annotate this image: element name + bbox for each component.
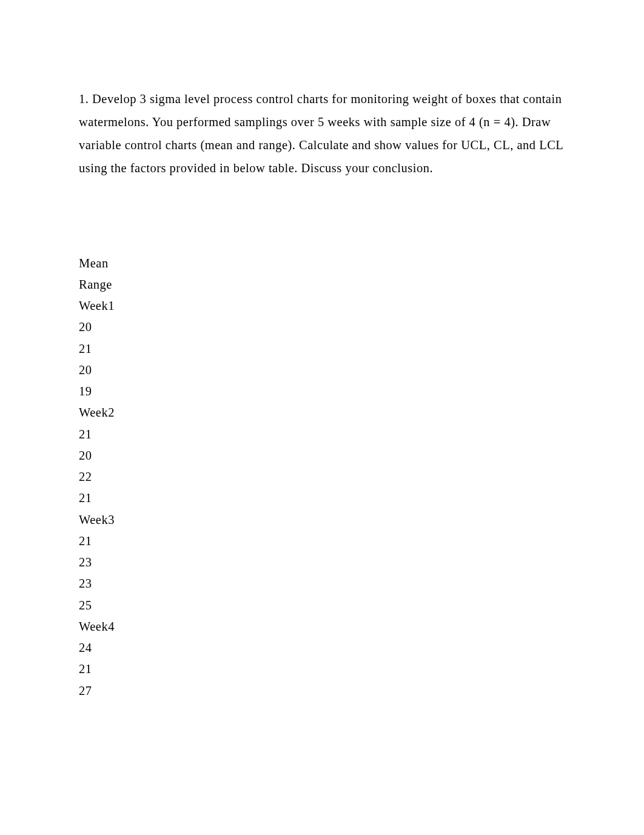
data-value: 21 [79, 488, 565, 509]
data-value: 23 [79, 552, 565, 573]
week-label: Week3 [79, 509, 565, 531]
data-list: Mean Range Week1 20 21 20 19 Week2 21 20… [79, 253, 565, 702]
data-value: 23 [79, 573, 565, 594]
data-value: 21 [79, 659, 565, 680]
data-value: 21 [79, 531, 565, 552]
week-label: Week2 [79, 402, 565, 423]
data-header-mean: Mean [79, 253, 565, 274]
data-value: 21 [79, 338, 565, 360]
question-paragraph: 1. Develop 3 sigma level process control… [79, 88, 565, 180]
data-value: 20 [79, 445, 565, 466]
data-value: 20 [79, 317, 565, 338]
week-label: Week4 [79, 616, 565, 637]
data-value: 22 [79, 466, 565, 488]
data-value: 25 [79, 595, 565, 616]
data-value: 19 [79, 381, 565, 402]
data-value: 27 [79, 680, 565, 702]
data-header-range: Range [79, 274, 565, 295]
document-page: 1. Develop 3 sigma level process control… [0, 0, 644, 702]
data-value: 21 [79, 424, 565, 445]
week-label: Week1 [79, 295, 565, 317]
data-value: 20 [79, 360, 565, 381]
data-value: 24 [79, 637, 565, 659]
